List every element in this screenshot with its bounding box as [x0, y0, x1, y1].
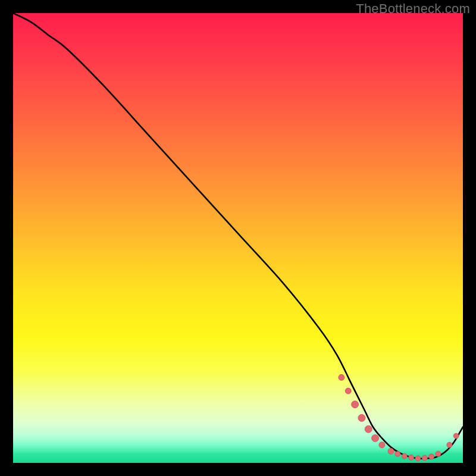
data-marker	[415, 456, 421, 461]
data-marker	[429, 454, 434, 459]
bottleneck-curve	[13, 13, 463, 459]
gradient-plot-area	[13, 13, 463, 463]
stage: TheBottleneck.com	[0, 0, 476, 476]
data-marker	[388, 448, 394, 454]
data-marker	[352, 401, 359, 408]
data-marker	[395, 451, 400, 456]
data-marker	[372, 434, 379, 441]
data-marker	[453, 433, 459, 439]
data-marker	[358, 414, 365, 421]
data-marker	[379, 442, 385, 448]
data-marker	[339, 374, 345, 380]
data-marker	[409, 455, 414, 460]
curve-svg	[13, 13, 463, 463]
data-marker	[345, 388, 351, 394]
data-markers	[339, 374, 459, 461]
data-marker	[402, 453, 407, 459]
data-marker	[447, 442, 452, 447]
data-marker	[365, 425, 372, 433]
data-marker	[436, 451, 441, 456]
data-marker	[422, 455, 427, 461]
